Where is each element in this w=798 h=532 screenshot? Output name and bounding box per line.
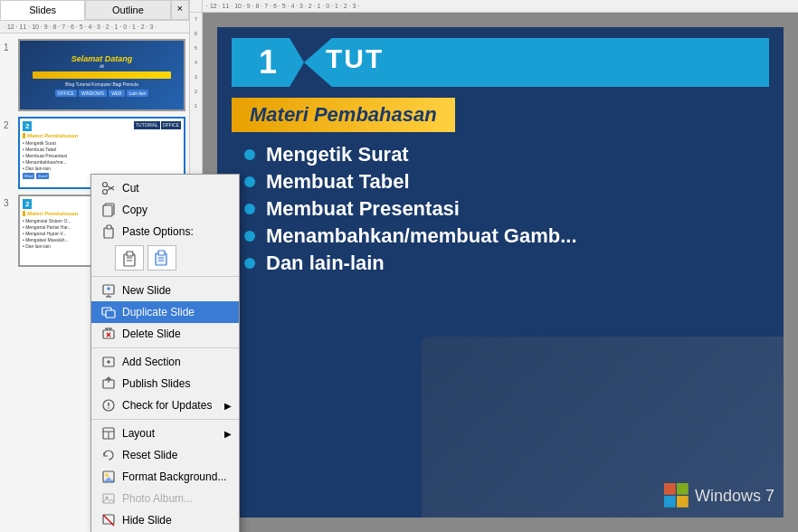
menu-item-delete-slide[interactable]: Delete Slide — [91, 323, 239, 345]
menu-item-new-slide[interactable]: New Slide — [91, 280, 239, 301]
menu-item-layout[interactable]: Layout ▶ — [91, 423, 239, 444]
paste-icon-2[interactable] — [147, 245, 176, 271]
menu-item-reset-slide[interactable]: Reset Slide — [91, 444, 239, 466]
svg-rect-26 — [106, 310, 115, 318]
context-menu: Cut Copy Paste Options: New Slide — [90, 174, 240, 532]
slide-materi-box: Materi Pembahasan — [232, 98, 455, 132]
thumb1-btn-other: Lain-lain — [127, 90, 149, 97]
thumb2-item-1: • Mengetik Surat — [23, 140, 181, 146]
thumb2-tag-office: OFFICE — [161, 121, 181, 129]
svg-rect-11 — [107, 225, 111, 229]
menu-item-cut[interactable]: Cut — [91, 177, 239, 199]
paste-options-label: Paste Options: — [122, 225, 232, 238]
format-bg-label: Format Background... — [122, 470, 232, 483]
ruler-v-5: 5 — [195, 45, 197, 60]
thumb2-materi: Materi Pembahasan — [23, 133, 181, 138]
canvas-wrapper: · 12 · 11 · 10 · 9 · 8 · 7 · 6 · 5 · 4 ·… — [190, 0, 798, 532]
svg-point-5 — [103, 190, 108, 195]
scissors-icon — [99, 180, 119, 196]
horizontal-ruler: · 12 · 11 · 10 · 9 · 8 · 7 · 6 · 5 · 4 ·… — [190, 0, 798, 13]
duplicate-slide-icon — [99, 304, 119, 320]
thumb2-item-4: • Menambahkan/me... — [23, 159, 181, 165]
svg-point-4 — [103, 183, 108, 187]
thumb1-blog: Blog Tutorial Komputer Bagi Pemula — [65, 81, 138, 87]
new-slide-icon — [99, 282, 119, 299]
layout-arrow: ▶ — [224, 429, 232, 439]
ruler-v-3: 3 — [195, 74, 197, 89]
bullet-text-3: Membuat Presentasi — [266, 197, 460, 221]
reset-slide-label: Reset Slide — [122, 449, 232, 461]
thumb2-tag-tutorial: TUTORIAL — [134, 121, 160, 129]
tab-slides[interactable]: Slides — [0, 0, 85, 20]
slide-materi-banner: Materi Pembahasan — [232, 98, 455, 132]
slide-bullets: Mengetik Surat Membuat Tabel Membuat Pre… — [217, 138, 784, 284]
format-bg-icon — [99, 469, 119, 485]
check-updates-arrow: ▶ — [224, 401, 232, 411]
slide-content: 1 TUT Materi Pembahasan — [217, 27, 784, 518]
new-slide-label: New Slide — [122, 284, 232, 297]
bullet-4: Menambahkan/membuat Gamb... — [244, 224, 756, 248]
thumb2-word-btn: Word — [23, 173, 34, 179]
paste-icon — [99, 223, 119, 240]
add-section-label: Add Section — [122, 356, 232, 368]
publish-slides-icon — [99, 375, 119, 392]
slide-num-2: 2 — [4, 120, 18, 130]
tab-outline[interactable]: Outline — [85, 0, 170, 20]
svg-rect-13 — [127, 252, 133, 256]
thumb1-di: di — [100, 63, 104, 69]
thumb2-item-5: • Dan lain-lain — [23, 166, 181, 171]
ruler-v-7: 7 — [195, 16, 197, 31]
copy-icon — [99, 202, 119, 218]
menu-item-copy[interactable]: Copy — [91, 199, 239, 221]
menu-item-add-section[interactable]: Add Section — [91, 351, 239, 373]
slide-num-3: 3 — [4, 198, 18, 208]
close-panel-button[interactable]: × — [171, 0, 189, 20]
menu-item-format-bg[interactable]: Format Background... — [91, 466, 239, 488]
canvas-with-vruler: 7 6 5 4 3 2 1 1 TUT — [190, 13, 798, 532]
ruler-v-1: 1 — [195, 103, 197, 118]
ruler-v-6: 6 — [195, 31, 197, 45]
ruler-top-strip: · 12 · 11 · 10 · 9 · 8 · 7 · 6 · 5 · 4 ·… — [0, 21, 189, 33]
layout-icon — [99, 425, 119, 442]
menu-item-paste-options: Paste Options: — [91, 221, 239, 242]
copy-label: Copy — [122, 204, 232, 216]
bullet-text-5: Dan lain-lain — [266, 252, 385, 275]
hide-slide-icon — [99, 512, 119, 528]
menu-item-duplicate-slide[interactable]: Duplicate Slide — [91, 301, 239, 323]
thumb1-btn-office: OFFICE — [55, 90, 77, 97]
slide-thumb-row-1: 1 Selamat Datang di Blog Tutorial Komput… — [4, 39, 185, 111]
bullet-1: Mengetik Surat — [244, 143, 756, 166]
check-updates-label: Check for Updates — [122, 399, 224, 412]
paste-icons-row — [115, 242, 239, 273]
bullet-2: Membuat Tabel — [244, 170, 756, 194]
svg-point-44 — [105, 473, 109, 477]
bullet-text-1: Mengetik Surat — [266, 143, 409, 166]
svg-rect-10 — [104, 228, 113, 238]
svg-rect-46 — [103, 494, 114, 503]
ruler-v-4: 4 — [195, 60, 197, 74]
thumb1-btn-windows: WINDOWS — [79, 90, 107, 97]
duplicate-slide-label: Duplicate Slide — [122, 306, 232, 318]
reset-slide-icon — [99, 447, 119, 463]
sidebar-tabs: Slides Outline × — [0, 0, 189, 21]
slide-canvas: 1 TUT Materi Pembahasan — [203, 13, 798, 532]
cut-label: Cut — [122, 182, 232, 195]
add-section-icon — [99, 354, 119, 370]
ruler-v-2: 2 — [195, 89, 197, 103]
menu-item-photo-album: Photo Album... — [91, 488, 239, 509]
menu-item-hide-slide[interactable]: Hide Slide — [91, 509, 239, 531]
menu-item-publish-slides[interactable]: Publish Slides — [91, 373, 239, 394]
h-ruler-marks: · 12 · 11 · 10 · 9 · 8 · 7 · 6 · 5 · 4 ·… — [206, 3, 359, 9]
bullet-text-2: Membuat Tabel — [266, 170, 410, 194]
slide-number: 1 — [232, 38, 304, 87]
slide-num-1: 1 — [4, 43, 18, 52]
thumb2-item-2: • Membuat Tabel — [23, 147, 181, 152]
keyboard-decoration — [422, 337, 784, 518]
slide-thumb-1[interactable]: Selamat Datang di Blog Tutorial Komputer… — [18, 39, 185, 111]
paste-icon-1[interactable] — [115, 245, 144, 271]
svg-rect-17 — [158, 251, 165, 255]
hide-slide-label: Hide Slide — [122, 514, 232, 527]
photo-album-label: Photo Album... — [122, 492, 232, 505]
thumb1-btn-web: WEB — [109, 90, 124, 97]
menu-item-check-updates[interactable]: Check for Updates ▶ — [91, 394, 239, 416]
